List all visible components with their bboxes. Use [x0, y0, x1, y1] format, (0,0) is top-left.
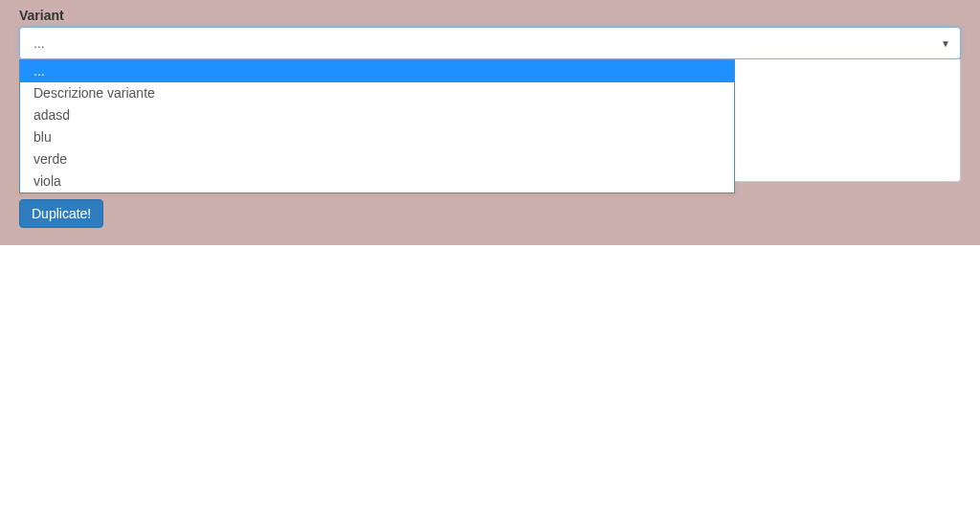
variant-label: Variant [19, 8, 961, 23]
variant-option[interactable]: verde [20, 148, 734, 170]
variant-select-wrapper: ... ▼ ...Descrizione varianteadasdbluver… [19, 27, 961, 193]
variant-option[interactable]: blu [20, 126, 734, 148]
variant-selected-value: ... [33, 35, 45, 51]
duplicate-button[interactable]: Duplicate! [19, 199, 103, 228]
variant-select[interactable]: ... ▼ [19, 27, 961, 59]
chevron-down-icon: ▼ [941, 38, 950, 49]
variant-option[interactable]: ... [20, 60, 734, 82]
form-panel: Variant ... ▼ ...Descrizione varianteada… [0, 0, 980, 245]
variant-option[interactable]: Descrizione variante [20, 82, 734, 104]
variant-dropdown: ...Descrizione varianteadasdbluverdeviol… [19, 59, 735, 193]
dropdown-overlay: ...Descrizione varianteadasdbluverdeviol… [19, 59, 961, 193]
variant-option[interactable]: viola [20, 170, 734, 193]
variant-option[interactable]: adasd [20, 104, 734, 126]
